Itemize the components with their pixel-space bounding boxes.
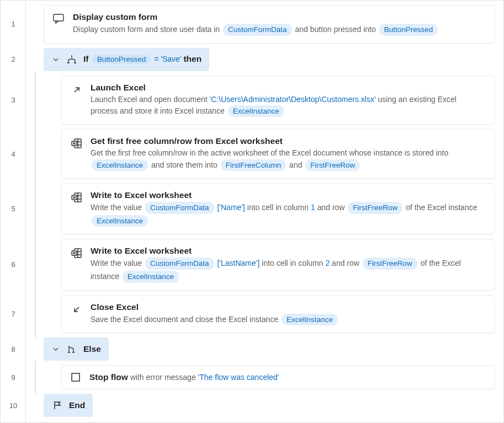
variable-token[interactable]: ExcelInstance — [123, 271, 179, 283]
close-icon — [71, 303, 83, 315]
index-literal: ['LastName'] — [215, 259, 260, 267]
variable-token[interactable]: ExcelInstance — [92, 215, 148, 227]
line-number: 1 — [1, 5, 26, 44]
action-row[interactable]: 3 Launch Excel Launch Excel and open doc… — [26, 76, 495, 125]
action-description: Get the first free column/row in the act… — [91, 147, 485, 172]
action-title: Write to Excel worksheet — [91, 190, 485, 200]
line-number: 2 — [1, 48, 26, 71]
variable-token[interactable]: CustomFormData — [223, 24, 292, 36]
excel-icon — [71, 191, 83, 204]
line-number: 9 — [1, 365, 26, 389]
number-literal: 1 — [311, 203, 315, 212]
action-description: Write the value CustomFormData ['Name'] … — [91, 201, 485, 227]
action-description: Save the Excel document and close the Ex… — [91, 313, 485, 326]
svg-rect-7 — [72, 373, 79, 381]
flow-editor: 1 Display custom form Display custom for… — [26, 1, 503, 422]
line-number: 4 — [1, 129, 26, 179]
action-title: Close Excel — [91, 302, 485, 312]
excel-icon — [71, 247, 83, 259]
branch-icon — [66, 53, 78, 66]
message-literal: 'The flow was canceled' — [198, 373, 279, 382]
then-keyword: then — [183, 54, 201, 63]
variable-token[interactable]: FirstFreeColumn — [221, 159, 287, 172]
end-block[interactable]: 10 End — [26, 394, 495, 417]
variable-token[interactable]: CustomFormData — [145, 202, 214, 214]
line-number: 5 — [1, 183, 26, 234]
action-row[interactable]: 9 Stop flow with error message 'The flow… — [26, 365, 495, 389]
variable-token[interactable]: FirstFreeRow — [348, 202, 402, 214]
line-number: 7 — [1, 295, 26, 334]
excel-icon — [71, 137, 83, 149]
action-title: Launch Excel — [91, 83, 485, 93]
action-row[interactable]: 1 Display custom form Display custom for… — [26, 5, 495, 44]
end-keyword: End — [69, 400, 85, 410]
svg-rect-0 — [54, 14, 63, 21]
line-number: 8 — [1, 338, 26, 361]
form-icon — [53, 13, 65, 25]
action-description: Launch Excel and open document 'C:\Users… — [91, 94, 485, 118]
path-literal: 'C:\Users\Administrator\Desktop\Customer… — [210, 95, 376, 104]
variable-token[interactable]: CustomFormData — [145, 258, 214, 270]
variable-token[interactable]: ButtonPressed — [92, 55, 151, 64]
variable-token[interactable]: ExcelInstance — [92, 159, 148, 172]
stop-icon — [70, 371, 82, 383]
action-title: Stop flow — [89, 372, 128, 382]
line-number: 6 — [1, 239, 26, 290]
variable-token[interactable]: ButtonPressed — [379, 24, 438, 36]
variable-token[interactable]: FirstFreeRow — [363, 258, 417, 270]
variable-token[interactable]: ExcelInstance — [228, 105, 284, 117]
else-branch-icon — [66, 343, 78, 355]
flag-icon — [51, 399, 63, 411]
index-literal: ['Name'] — [215, 203, 245, 212]
variable-token[interactable]: FirstFreeRow — [305, 159, 360, 172]
line-number: 10 — [1, 394, 26, 417]
collapse-chevron-icon[interactable] — [51, 345, 60, 354]
action-title: Get first free column/row from Excel wor… — [91, 136, 485, 146]
if-block[interactable]: 2 If ButtonPressed = 'Save' then — [26, 48, 495, 71]
else-keyword: Else — [83, 344, 101, 354]
action-description: with error message 'The flow was cancele… — [130, 373, 279, 382]
line-number: 3 — [1, 76, 26, 125]
action-title: Display custom form — [73, 12, 485, 22]
action-title: Write to Excel worksheet — [91, 246, 485, 256]
action-row[interactable]: 6 Write to Excel worksheet Write the val… — [26, 239, 495, 290]
action-row[interactable]: 5 Write to Excel worksheet Write the val… — [26, 183, 495, 234]
action-row[interactable]: 4 Get first free column/row from Excel w… — [26, 129, 495, 179]
action-description: Display custom form and store user data … — [73, 23, 485, 36]
else-block[interactable]: 8 Else — [26, 338, 495, 361]
variable-token[interactable]: ExcelInstance — [282, 314, 338, 326]
condition-literal: = 'Save' — [154, 55, 183, 63]
collapse-chevron-icon[interactable] — [51, 55, 60, 64]
launch-icon — [71, 84, 83, 96]
action-description: Write the value CustomFormData ['LastNam… — [91, 257, 485, 283]
if-keyword: If — [83, 54, 91, 63]
action-row[interactable]: 7 Close Excel Save the Excel document an… — [26, 295, 495, 334]
